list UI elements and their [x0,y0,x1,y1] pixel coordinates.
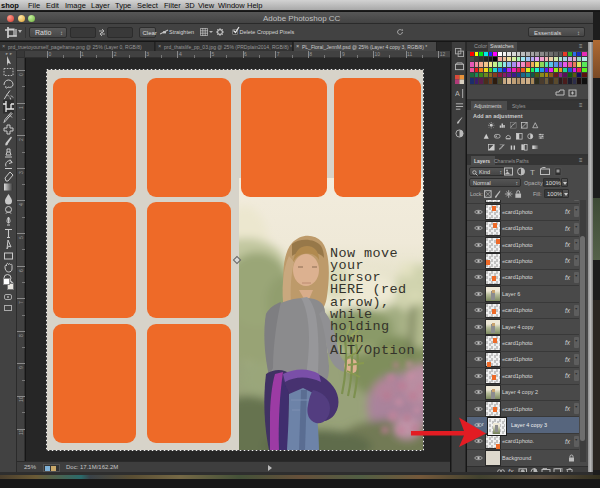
svg-text:T: T [530,168,535,177]
svg-text:A: A [455,89,460,98]
